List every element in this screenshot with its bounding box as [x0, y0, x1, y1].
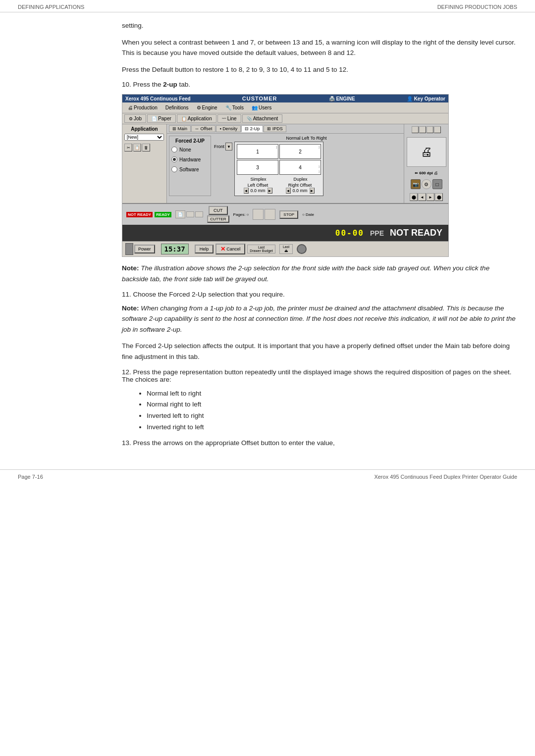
menu-tools[interactable]: 🔧 Tools — [222, 103, 247, 112]
menu-users[interactable]: 👥 Users — [248, 103, 275, 112]
sub-tab-ipds[interactable]: ⊞ IPDS — [264, 125, 286, 132]
status-badges: NOT READY READY — [126, 212, 171, 217]
cutter-button[interactable]: CUTTER — [207, 215, 229, 223]
left-offset-group: Left Offset ◄ 0.0 mm ► — [244, 183, 272, 194]
print-icons — [253, 209, 275, 220]
xerox-titlebar: Xerox 495 Continuous Feed CUSTOMER 🖨️ EN… — [122, 95, 448, 102]
r-btn-3[interactable] — [427, 126, 433, 133]
tab-application[interactable]: 📋 Application — [177, 114, 216, 123]
intro-para-3: Press the Default button to restore 1 to… — [122, 64, 517, 75]
radio-software-btn[interactable] — [171, 166, 177, 172]
icon-box[interactable]: □ — [432, 179, 442, 189]
diagram-section: Normal Left To Right Front ▼ — [211, 136, 402, 196]
nav-btn-right[interactable]: ► — [427, 193, 434, 201]
bullet-1: Normal left to right — [147, 388, 517, 400]
paper-path: 📄 — [175, 210, 203, 218]
radio-software: Software — [171, 166, 209, 172]
para-after-note2: The Forced 2-Up selection affects the ou… — [122, 341, 517, 362]
right-offset-value: 0.0 mm — [292, 188, 309, 193]
radio-none: None — [171, 147, 209, 152]
nav-btn-4[interactable]: ⬤ — [435, 193, 443, 201]
sub-tab-2up[interactable]: ⊟ 2-Up — [241, 125, 263, 132]
cell-2-icon: ↕ — [318, 145, 320, 150]
tab-attachment[interactable]: 📎 Attachment — [242, 114, 283, 123]
radio-hardware-btn[interactable] — [171, 156, 177, 162]
stop-circle-btn[interactable] — [297, 244, 307, 254]
menu-production[interactable]: 🖨 Production — [124, 103, 161, 112]
print-icon-2 — [265, 209, 275, 220]
big-status-bar: 00-00 PPE NOT READY — [122, 225, 448, 241]
pages-icon: ○ — [247, 212, 249, 217]
help-button[interactable]: Help — [195, 245, 214, 253]
stop-button[interactable]: STOP — [279, 210, 298, 219]
xerox-ui: Xerox 495 Continuous Feed CUSTOMER 🖨️ EN… — [122, 95, 448, 256]
sidebar-icon-3[interactable]: 🗑 — [142, 144, 150, 151]
main-area: Application [New] ✂ 📋 🗑 — [122, 124, 448, 203]
menu-engine[interactable]: ⚙ Engine — [193, 103, 221, 112]
cut-button[interactable]: CUT — [209, 206, 228, 215]
content-area: ⊞ Main ↔ Offset ▪ Density — [167, 124, 448, 203]
diagram-row: Front ▼ 1 ↕ — [214, 142, 399, 196]
left-offset-decrease[interactable]: ◄ — [244, 188, 249, 194]
sub-tab-offset[interactable]: ↔ Offset — [191, 125, 215, 132]
right-offset-decrease[interactable]: ◄ — [286, 188, 291, 194]
bullet-4: Inverted right to left — [147, 422, 517, 433]
header-right: DEFINING PRODUCTION JOBS — [437, 4, 517, 10]
menu-definitions[interactable]: Definitions — [162, 103, 192, 112]
tab-line[interactable]: 〰 Line — [217, 114, 241, 123]
forced-2up-section: Forced 2-UP None Hardware — [169, 136, 211, 196]
nav-buttons: ⬤ ◄ ► ⬤ — [410, 193, 443, 201]
last-label-2: Last — [283, 245, 289, 249]
note-2: Note: When changing from a 1-up job to a… — [122, 303, 517, 335]
status-row: NOT READY READY 📄 CUT CUTTER — [126, 206, 444, 223]
page-cell-2: 2 ↕ — [279, 144, 321, 159]
sub-tab-main[interactable]: ⊞ Main — [169, 125, 191, 132]
r-btn-1[interactable] — [412, 126, 419, 133]
r-btn-4[interactable] — [434, 126, 441, 133]
ready-badge: READY — [155, 212, 171, 217]
sidebar-icon-2[interactable]: 📋 — [133, 144, 141, 151]
sub-tab-density[interactable]: ▪ Density — [216, 125, 241, 132]
front-tab-btn[interactable]: ▼ — [225, 143, 232, 151]
power-section: Power — [125, 243, 155, 255]
footer-left: Page 7-16 — [18, 474, 43, 480]
footer-right: Xerox 495 Continuous Feed Duplex Printer… — [374, 474, 517, 480]
not-ready-badge: NOT READY — [126, 212, 153, 217]
icon-camera[interactable]: 📷 — [411, 179, 421, 189]
radio-none-btn[interactable] — [171, 147, 177, 152]
right-offset-control: ◄ 0.0 mm ► — [286, 188, 315, 194]
front-label: Front ▼ — [214, 143, 232, 151]
right-offset-increase[interactable]: ► — [310, 188, 315, 194]
nav-btn-1[interactable]: ⬤ — [410, 193, 418, 201]
step-12-label: 12. Press the page representation button… — [122, 368, 517, 383]
r-btn-2[interactable] — [419, 126, 426, 133]
tab-job[interactable]: ⚙ Job — [124, 114, 146, 123]
power-button[interactable]: Power — [134, 245, 155, 253]
sidebar: Application [New] ✂ 📋 🗑 — [122, 124, 167, 203]
drawer-budget-label: Drawer Budget — [250, 249, 273, 252]
main-content-col: ⊞ Main ↔ Offset ▪ Density — [167, 124, 404, 203]
left-offset-control: ◄ 0.0 mm ► — [244, 188, 272, 194]
bullet-list: Normal left to right Normal right to lef… — [147, 388, 517, 434]
page-grid: 1 ↕ 2 ↕ — [237, 144, 321, 175]
left-offset-increase[interactable]: ► — [268, 188, 272, 194]
cancel-button[interactable]: ✕ Cancel — [215, 244, 245, 254]
cancel-x-icon: ✕ — [220, 246, 225, 252]
nav-btn-left[interactable]: ◄ — [418, 193, 426, 201]
drawer-budget: Last Drawer Budget — [247, 245, 275, 253]
title-left: Xerox 495 Continuous Feed — [125, 96, 191, 101]
right-offset-group: Right Offset ◄ 0.0 mm ► — [286, 183, 315, 194]
print-icon-1 — [253, 209, 264, 220]
icon-circle[interactable]: ⚙ — [422, 179, 431, 189]
page-diagram: 1 ↕ 2 ↕ — [234, 142, 323, 196]
sidebar-select[interactable]: [New] — [124, 134, 164, 141]
paper-icon-1: 📄 — [175, 210, 185, 218]
bottom-bar: Power 15:37 Help ✕ Cancel Last Drawer Bu… — [122, 241, 448, 256]
eject-icon: ⏏ — [284, 249, 288, 253]
sidebar-icon-1[interactable]: ✂ — [124, 144, 132, 151]
clock-display: 15:37 — [161, 244, 189, 254]
xerox-ui-screenshot: Xerox 495 Continuous Feed CUSTOMER 🖨️ EN… — [122, 94, 449, 257]
tab-paper[interactable]: 📄 Paper — [147, 114, 176, 123]
intro-para-1: setting. — [122, 20, 517, 31]
pages-label: Pages: — [233, 212, 246, 217]
